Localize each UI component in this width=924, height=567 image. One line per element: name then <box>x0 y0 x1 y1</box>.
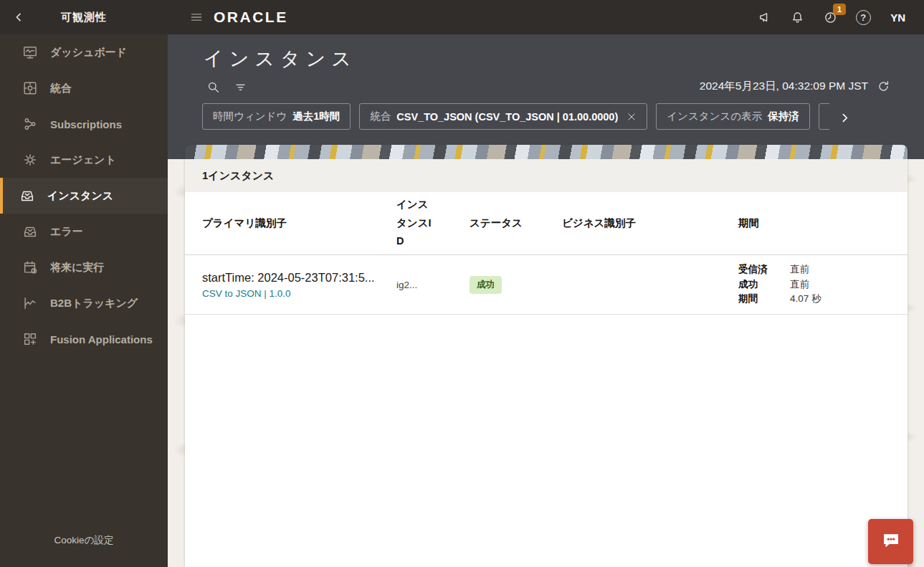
gear-icon <box>22 152 38 168</box>
page-header: インスタンス 2024年5月23日, 04:32:09 PM JST <box>168 34 924 159</box>
column-header-instance-id: インスタンスID <box>396 196 470 250</box>
cookie-settings-link[interactable]: Cookieの設定 <box>0 534 168 547</box>
cell-instance-id: ig2... <box>396 280 470 290</box>
recent-activity-button[interactable]: 1 <box>817 4 843 30</box>
inbox-error-icon <box>22 224 38 239</box>
filter-chip-sort-by[interactable]: ソート基 <box>819 103 829 130</box>
bell-icon <box>790 10 805 25</box>
dashboard-icon <box>22 44 38 60</box>
integration-icon <box>22 80 38 96</box>
chip-value: CSV_TO_JSON (CSV_TO_JSON | 01.00.0000) <box>396 111 618 123</box>
sidebar-item-label: インスタンス <box>47 189 113 203</box>
chip-label: 統合 <box>370 110 391 123</box>
notifications-button[interactable] <box>784 4 810 30</box>
sidebar-item-label: 将来に実行 <box>50 261 104 275</box>
column-header-primary-identifier: プライマリ識別子 <box>202 216 396 230</box>
refresh-button[interactable] <box>877 77 894 95</box>
filter-chip-show-instances[interactable]: インスタンスの表示 保持済 <box>656 103 809 130</box>
menu-button[interactable] <box>189 10 204 24</box>
instances-table: プライマリ識別子 インスタンスID ステータス ビジネス識別子 期間 start… <box>185 192 908 567</box>
main-content: インスタンス 2024年5月23日, 04:32:09 PM JST <box>168 34 924 567</box>
sidebar-item-instances[interactable]: インスタンス <box>0 178 168 214</box>
instance-count: 1インスタンス <box>202 169 274 183</box>
cell-duration: 受信済 直前 成功 直前 期間 4.07 秒 <box>738 262 890 307</box>
search-button[interactable] <box>202 77 224 96</box>
chip-label: インスタンスの表示 <box>667 110 762 123</box>
filter-chip-integration[interactable]: 統合 CSV_TO_JSON (CSV_TO_JSON | 01.00.0000… <box>359 103 647 130</box>
cell-primary-identifier: startTime: 2024-05-23T07:31:5... CSV to … <box>202 270 396 298</box>
chat-assistant-button[interactable] <box>868 519 913 564</box>
inbox-icon <box>19 188 35 204</box>
help-button[interactable]: ? <box>850 4 876 30</box>
sidebar-item-subscriptions[interactable]: Subscriptions <box>0 106 168 142</box>
clock-badge: 1 <box>833 4 846 15</box>
status-badge: 成功 <box>470 276 502 294</box>
column-header-status: ステータス <box>470 216 562 230</box>
last-refreshed-timestamp: 2024年5月23日, 04:32:09 PM JST <box>700 79 868 94</box>
announcements-button[interactable] <box>751 4 777 30</box>
column-header-business-identifier: ビジネス識別子 <box>562 216 738 230</box>
app-title: 可観測性 <box>61 11 107 24</box>
cell-status: 成功 <box>470 276 562 294</box>
page-title: インスタンス <box>204 46 357 72</box>
duration-value: 4.07 秒 <box>790 292 890 307</box>
duration-label: 期間 <box>738 292 790 307</box>
sidebar-header: 可観測性 <box>0 0 168 34</box>
grid-plus-icon <box>22 331 38 347</box>
sidebar-item-label: エラー <box>50 225 83 239</box>
refresh-icon <box>877 80 894 93</box>
duration-label: 受信済 <box>738 262 790 277</box>
chevron-right-icon <box>839 112 859 124</box>
filter-chip-time-window[interactable]: 時間ウィンドウ 過去1時間 <box>202 103 351 130</box>
sidebar-item-future-runs[interactable]: 将来に実行 <box>0 249 168 285</box>
filter-icon <box>234 80 247 94</box>
chat-bubble-icon <box>880 530 902 553</box>
sidebar-item-fusion-applications[interactable]: Fusion Applications <box>0 321 168 357</box>
sidebar-item-label: エージェント <box>50 153 116 167</box>
instance-count-bar: 1インスタンス <box>185 159 908 192</box>
timestamp-row: 2024年5月23日, 04:32:09 PM JST <box>700 77 894 95</box>
duration-value: 直前 <box>790 277 890 292</box>
chevron-left-icon <box>13 11 30 23</box>
table-header-row: プライマリ識別子 インスタンスID ステータス ビジネス識別子 期間 <box>185 192 908 255</box>
search-icon <box>206 80 220 94</box>
filter-button[interactable] <box>229 77 251 96</box>
sidebar-item-label: Subscriptions <box>50 118 122 130</box>
sidebar-item-label: Fusion Applications <box>50 333 153 346</box>
table-row[interactable]: startTime: 2024-05-23T07:31:5... CSV to … <box>185 255 908 315</box>
remove-filter-icon[interactable] <box>627 112 637 122</box>
decorative-banner <box>185 145 908 159</box>
chip-value: 過去1時間 <box>292 110 340 123</box>
instances-card: 1インスタンス プライマリ識別子 インスタンスID ステータス ビジネス識別子 … <box>185 145 908 567</box>
topbar-actions: 1 ? YN <box>751 4 924 30</box>
filter-chips: 時間ウィンドウ 過去1時間 統合 CSV_TO_JSON (CSV_TO_JSO… <box>202 103 829 130</box>
sidebar-item-errors[interactable]: エラー <box>0 214 168 249</box>
oracle-logo: ORACLE <box>214 9 288 26</box>
sidebar-item-agents[interactable]: エージェント <box>0 142 168 178</box>
calendar-clock-icon <box>22 259 38 275</box>
column-header-duration: 期間 <box>738 216 890 230</box>
search-filter-tools <box>202 77 251 96</box>
duration-value: 直前 <box>790 262 890 277</box>
user-avatar[interactable]: YN <box>883 7 908 28</box>
sidebar-item-integrations[interactable]: 統合 <box>0 70 168 106</box>
chip-label: 時間ウィンドウ <box>213 110 287 123</box>
help-icon: ? <box>856 10 871 25</box>
chips-scroll-right-button[interactable] <box>839 109 859 126</box>
top-bar: 可観測性 ORACLE 1 ? YN <box>0 0 924 34</box>
integration-version-link[interactable]: CSV to JSON | 1.0.0 <box>202 288 396 299</box>
duration-label: 成功 <box>738 277 790 292</box>
sidebar-item-b2b-tracking[interactable]: B2Bトラッキング <box>0 285 168 321</box>
sidebar-item-label: 統合 <box>50 82 72 95</box>
chart-line-icon <box>22 295 38 311</box>
chip-value: 保持済 <box>768 110 799 123</box>
megaphone-icon <box>757 10 772 25</box>
sidebar-item-label: ダッシュボード <box>50 46 127 59</box>
sidebar-item-label: B2Bトラッキング <box>50 297 138 310</box>
nodes-icon <box>22 116 38 132</box>
sidebar-nav: ダッシュボード 統合 Subscriptions エージェント インスタンス エ… <box>0 34 168 567</box>
sidebar-item-dashboards[interactable]: ダッシュボード <box>0 34 168 70</box>
collapse-sidebar-button[interactable] <box>13 9 30 26</box>
primary-identifier-link[interactable]: startTime: 2024-05-23T07:31:5... <box>202 270 396 285</box>
hamburger-icon <box>189 10 204 24</box>
